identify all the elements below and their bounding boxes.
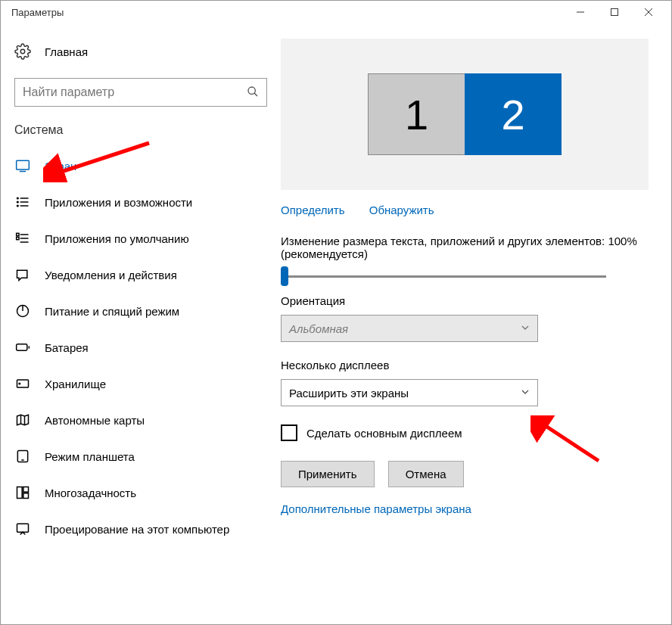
sidebar-item-display[interactable]: Экран <box>1 148 281 184</box>
chevron-down-icon <box>521 387 530 399</box>
battery-icon <box>14 339 31 356</box>
list-icon <box>14 194 31 210</box>
svg-point-5 <box>248 87 255 94</box>
maximize-button[interactable] <box>597 1 631 23</box>
svg-rect-1 <box>611 9 618 16</box>
close-button[interactable] <box>631 1 665 23</box>
window-title: Параметры <box>11 7 563 18</box>
gear-icon <box>14 43 31 60</box>
notification-icon <box>14 266 31 283</box>
svg-rect-31 <box>17 487 23 499</box>
nav-label: Проецирование на этот компьютер <box>45 523 229 536</box>
sidebar-home[interactable]: Главная <box>1 39 281 64</box>
monitor-1[interactable]: 1 <box>368 73 465 155</box>
apply-button[interactable]: Применить <box>281 461 375 487</box>
main-content: 1 2 Определить Обнаружить Изменение разм… <box>281 23 671 624</box>
nav-label: Приложения по умолчанию <box>45 232 189 245</box>
sidebar-item-apps-features[interactable]: Приложения и возможности <box>1 184 281 220</box>
titlebar: Параметры <box>1 1 671 23</box>
tablet-icon <box>14 448 31 465</box>
sidebar-item-notifications[interactable]: Уведомления и действия <box>1 257 281 293</box>
nav-label: Приложения и возможности <box>45 196 192 209</box>
search-icon <box>247 86 259 100</box>
display-actions: Определить Обнаружить <box>281 204 649 216</box>
monitor-icon <box>14 157 31 174</box>
svg-point-13 <box>17 201 19 203</box>
svg-point-4 <box>20 49 25 54</box>
svg-line-6 <box>254 93 257 96</box>
svg-rect-7 <box>17 160 30 169</box>
multiple-displays-dropdown[interactable]: Расширить эти экраны <box>281 379 538 406</box>
svg-rect-22 <box>17 344 27 350</box>
svg-rect-19 <box>17 237 19 239</box>
section-label: Система <box>1 123 281 148</box>
nav-label: Батарея <box>45 341 89 354</box>
sidebar-item-projecting[interactable]: Проецирование на этот компьютер <box>1 511 281 547</box>
sidebar-item-power-sleep[interactable]: Питание и спящий режим <box>1 293 281 329</box>
home-label: Главная <box>45 45 88 58</box>
display-preview[interactable]: 1 2 <box>281 39 649 190</box>
scale-slider[interactable] <box>281 275 606 278</box>
map-icon <box>14 412 31 428</box>
search-box[interactable] <box>14 78 267 107</box>
nav-label: Автономные карты <box>45 414 145 427</box>
nav-label: Экран <box>45 160 76 173</box>
svg-point-12 <box>17 197 19 199</box>
nav-label: Режим планшета <box>45 450 135 463</box>
sidebar: Главная Система Экран Приложения и возмо… <box>1 23 281 624</box>
sidebar-item-multitasking[interactable]: Многозадачность <box>1 474 281 511</box>
power-icon <box>14 303 31 319</box>
nav-label: Хранилище <box>45 378 106 390</box>
multiple-displays-value: Расширить эти экраны <box>289 387 409 400</box>
minimize-button[interactable] <box>563 1 597 23</box>
nav-label: Многозадачность <box>45 487 136 499</box>
search-input[interactable] <box>23 86 247 99</box>
orientation-label: Ориентация <box>281 294 649 307</box>
svg-rect-34 <box>17 524 29 532</box>
scale-label: Изменение размера текста, приложений и д… <box>281 235 649 260</box>
detect-link[interactable]: Обнаружить <box>369 204 434 216</box>
identify-link[interactable]: Определить <box>281 204 345 216</box>
checkbox-icon[interactable] <box>281 424 297 441</box>
monitor-2[interactable]: 2 <box>465 73 562 155</box>
sidebar-item-tablet-mode[interactable]: Режим планшета <box>1 438 281 474</box>
svg-marker-26 <box>17 415 29 424</box>
svg-rect-33 <box>23 493 29 499</box>
slider-thumb[interactable] <box>281 266 288 286</box>
project-icon <box>14 521 31 537</box>
svg-rect-32 <box>23 487 29 493</box>
make-main-label: Сделать основным дисплеем <box>306 427 462 440</box>
multiple-displays-label: Несколько дисплеев <box>281 359 649 372</box>
multitask-icon <box>14 484 31 501</box>
sidebar-item-battery[interactable]: Батарея <box>1 329 281 365</box>
svg-rect-18 <box>17 233 19 235</box>
orientation-value: Альбомная <box>289 322 348 335</box>
nav-label: Питание и спящий режим <box>45 305 179 318</box>
sidebar-item-storage[interactable]: Хранилище <box>1 365 281 402</box>
make-main-checkbox-row[interactable]: Сделать основным дисплеем <box>281 424 649 441</box>
nav-label: Уведомления и действия <box>45 269 177 281</box>
sidebar-item-offline-maps[interactable]: Автономные карты <box>1 402 281 438</box>
svg-point-25 <box>19 383 20 384</box>
advanced-display-link[interactable]: Дополнительные параметры экрана <box>281 502 471 515</box>
svg-point-14 <box>17 205 19 207</box>
chevron-down-icon <box>521 323 530 334</box>
cancel-button[interactable]: Отмена <box>388 461 464 487</box>
sidebar-item-default-apps[interactable]: Приложения по умолчанию <box>1 220 281 257</box>
orientation-dropdown[interactable]: Альбомная <box>281 315 538 342</box>
list-alt-icon <box>14 230 31 247</box>
storage-icon <box>14 375 31 392</box>
